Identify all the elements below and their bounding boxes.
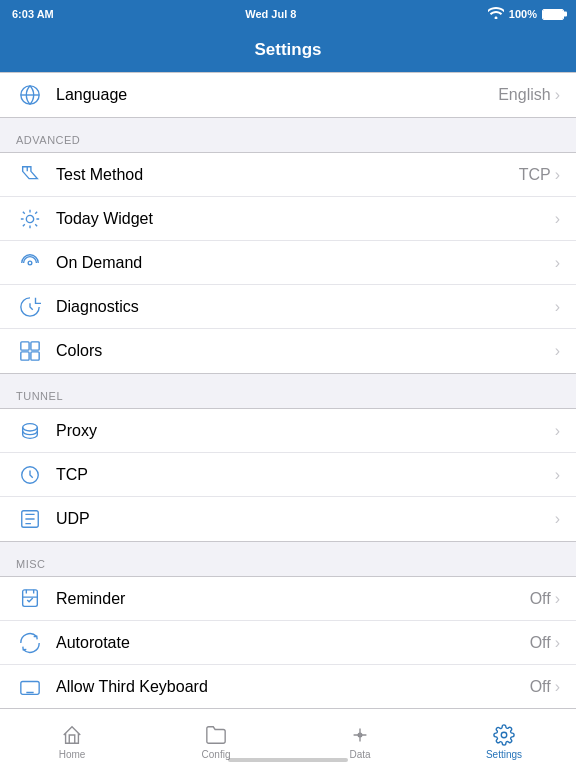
svg-point-3 xyxy=(28,261,32,265)
svg-point-2 xyxy=(26,215,33,222)
autorotate-value: Off xyxy=(530,634,551,652)
section-list-tunnel: Proxy › TCP › xyxy=(0,408,576,542)
autorotate-icon xyxy=(16,629,44,657)
row-test-method[interactable]: Test Method TCP › xyxy=(0,153,576,197)
on-demand-label: On Demand xyxy=(56,254,555,272)
colors-icon xyxy=(16,337,44,365)
battery-icon xyxy=(542,9,564,20)
row-on-demand[interactable]: On Demand › xyxy=(0,241,576,285)
udp-label: UDP xyxy=(56,510,555,528)
udp-chevron: › xyxy=(555,510,560,528)
advanced-header: ADVANCED xyxy=(0,118,576,152)
tunnel-header: TUNNEL xyxy=(0,374,576,408)
colors-chevron: › xyxy=(555,342,560,360)
section-list-misc: Reminder Off › Autorotate Off › xyxy=(0,576,576,708)
nav-title: Settings xyxy=(254,40,321,60)
test-method-icon xyxy=(16,161,44,189)
svg-point-8 xyxy=(23,423,38,430)
tab-home-label: Home xyxy=(59,749,86,760)
language-value: English xyxy=(498,86,550,104)
tab-data[interactable]: Data xyxy=(288,717,432,760)
tcp-chevron: › xyxy=(555,466,560,484)
home-tab-icon xyxy=(60,723,84,747)
keyboard-icon xyxy=(16,673,44,701)
language-label: Language xyxy=(56,86,498,104)
section-tunnel: TUNNEL Proxy › xyxy=(0,374,576,542)
tab-settings-label: Settings xyxy=(486,749,522,760)
language-chevron: › xyxy=(555,86,560,104)
svg-rect-4 xyxy=(21,342,29,350)
nav-bar: Settings xyxy=(0,28,576,72)
row-tcp[interactable]: TCP › xyxy=(0,453,576,497)
row-proxy[interactable]: Proxy › xyxy=(0,409,576,453)
udp-icon xyxy=(16,505,44,533)
config-tab-icon xyxy=(204,723,228,747)
section-misc: MISC Reminder Off › xyxy=(0,542,576,708)
proxy-chevron: › xyxy=(555,422,560,440)
test-method-chevron: › xyxy=(555,166,560,184)
status-bar: 6:03 AM Wed Jul 8 100% xyxy=(0,0,576,28)
proxy-icon xyxy=(16,417,44,445)
row-today-widget[interactable]: Today Widget › xyxy=(0,197,576,241)
section-list-language: Language English › xyxy=(0,72,576,118)
on-demand-icon xyxy=(16,249,44,277)
row-diagnostics[interactable]: Diagnostics › xyxy=(0,285,576,329)
reminder-label: Reminder xyxy=(56,590,530,608)
row-reminder[interactable]: Reminder Off › xyxy=(0,577,576,621)
svg-rect-11 xyxy=(23,589,38,606)
home-bar xyxy=(228,758,348,762)
tab-config[interactable]: Config xyxy=(144,717,288,760)
tab-home[interactable]: Home xyxy=(0,717,144,760)
diagnostics-chevron: › xyxy=(555,298,560,316)
allow-third-keyboard-label: Allow Third Keyboard xyxy=(56,678,530,696)
settings-tab-icon xyxy=(492,723,516,747)
svg-rect-5 xyxy=(31,342,39,350)
allow-third-keyboard-value: Off xyxy=(530,678,551,696)
tab-data-label: Data xyxy=(349,749,370,760)
today-widget-chevron: › xyxy=(555,210,560,228)
diagnostics-label: Diagnostics xyxy=(56,298,555,316)
row-allow-third-keyboard[interactable]: Allow Third Keyboard Off › xyxy=(0,665,576,708)
section-language: Language English › xyxy=(0,72,576,118)
tab-settings[interactable]: Settings xyxy=(432,717,576,760)
reminder-chevron: › xyxy=(555,590,560,608)
autorotate-chevron: › xyxy=(555,634,560,652)
allow-third-keyboard-chevron: › xyxy=(555,678,560,696)
tcp-icon xyxy=(16,461,44,489)
misc-header: MISC xyxy=(0,542,576,576)
svg-rect-7 xyxy=(31,352,39,360)
autorotate-label: Autorotate xyxy=(56,634,530,652)
data-tab-icon xyxy=(348,723,372,747)
test-method-label: Test Method xyxy=(56,166,519,184)
content: Language English › ADVANCED Test Method … xyxy=(0,72,576,708)
section-list-advanced: Test Method TCP › Today Widget › xyxy=(0,152,576,374)
today-widget-icon xyxy=(16,205,44,233)
diagnostics-icon xyxy=(16,293,44,321)
on-demand-chevron: › xyxy=(555,254,560,272)
reminder-icon xyxy=(16,585,44,613)
test-method-value: TCP xyxy=(519,166,551,184)
row-udp[interactable]: UDP › xyxy=(0,497,576,541)
globe-icon xyxy=(16,81,44,109)
battery-percentage: 100% xyxy=(509,8,537,20)
row-colors[interactable]: Colors › xyxy=(0,329,576,373)
tcp-label: TCP xyxy=(56,466,555,484)
proxy-label: Proxy xyxy=(56,422,555,440)
svg-rect-6 xyxy=(21,352,29,360)
section-advanced: ADVANCED Test Method TCP › xyxy=(0,118,576,374)
row-autorotate[interactable]: Autorotate Off › xyxy=(0,621,576,665)
wifi-icon xyxy=(488,7,504,21)
colors-label: Colors xyxy=(56,342,555,360)
status-right: 100% xyxy=(488,7,564,21)
today-widget-label: Today Widget xyxy=(56,210,555,228)
reminder-value: Off xyxy=(530,590,551,608)
status-date: Wed Jul 8 xyxy=(245,8,296,20)
row-language[interactable]: Language English › xyxy=(0,73,576,117)
status-time: 6:03 AM xyxy=(12,8,54,20)
tab-config-label: Config xyxy=(202,749,231,760)
svg-point-18 xyxy=(501,732,507,738)
